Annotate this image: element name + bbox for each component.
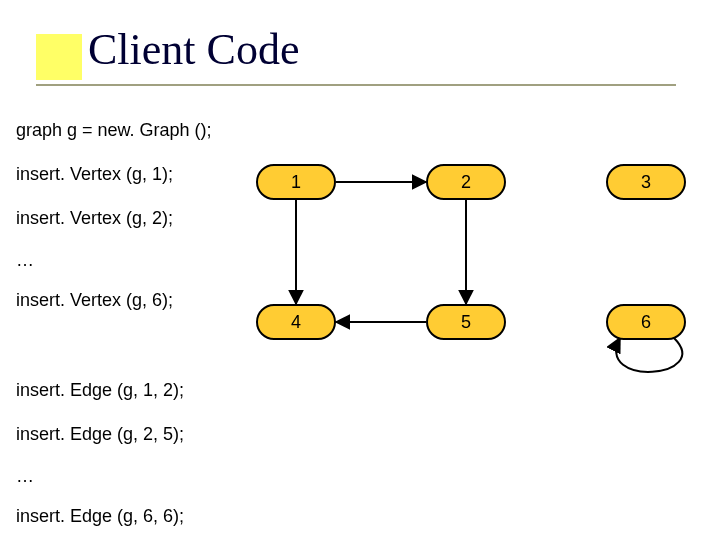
edge-6-6-loop (616, 338, 682, 372)
code-line: graph g = new. Graph (); (16, 120, 212, 141)
graph-node-4: 4 (256, 304, 336, 340)
title-accent-box (36, 34, 82, 80)
code-line: insert. Vertex (g, 6); (16, 290, 173, 311)
code-line: insert. Vertex (g, 2); (16, 208, 173, 229)
title-underline (36, 84, 676, 86)
code-line: insert. Vertex (g, 1); (16, 164, 173, 185)
code-line: … (16, 466, 34, 487)
slide-title: Client Code (88, 24, 299, 75)
graph-node-3: 3 (606, 164, 686, 200)
graph-node-6: 6 (606, 304, 686, 340)
code-line: … (16, 250, 34, 271)
code-line: insert. Edge (g, 2, 5); (16, 424, 184, 445)
title-block: Client Code (36, 30, 676, 100)
graph-node-1: 1 (256, 164, 336, 200)
code-line: insert. Edge (g, 6, 6); (16, 506, 184, 527)
code-line: insert. Edge (g, 1, 2); (16, 380, 184, 401)
graph-diagram: 1 2 3 4 5 6 (246, 164, 706, 384)
graph-node-2: 2 (426, 164, 506, 200)
graph-node-5: 5 (426, 304, 506, 340)
